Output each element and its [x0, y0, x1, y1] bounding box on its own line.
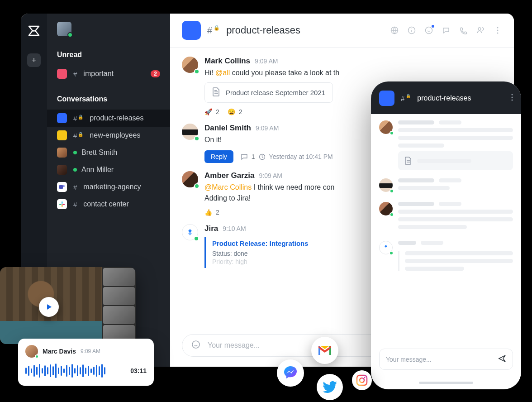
presence-indicator — [194, 183, 200, 189]
unread-badge: 2 — [151, 70, 160, 77]
members-icon[interactable] — [476, 26, 485, 35]
svg-point-21 — [364, 377, 366, 378]
play-icon[interactable] — [39, 297, 59, 317]
sidebar-item-contact-center[interactable]: # contact center — [47, 196, 170, 213]
mobile-composer[interactable]: Your message... — [379, 349, 513, 370]
presence-indicator — [73, 168, 77, 172]
reaction[interactable]: 👍2 — [204, 209, 219, 216]
dm-avatar — [57, 148, 67, 158]
dm-avatar — [57, 165, 67, 175]
avatar[interactable] — [182, 57, 198, 73]
sidebar-header — [47, 22, 170, 47]
kebab-icon[interactable] — [493, 26, 502, 35]
current-user-avatar[interactable] — [57, 22, 71, 36]
reaction[interactable]: 🚀2 — [204, 108, 219, 115]
thread-count: 1 — [252, 153, 255, 160]
header-actions — [390, 26, 502, 35]
emoji-icon[interactable] — [191, 340, 200, 351]
presence-indicator — [194, 136, 200, 141]
twitter-icon[interactable] — [317, 374, 343, 400]
presence-indicator — [67, 32, 73, 38]
document-icon — [212, 87, 220, 98]
mobile-placeholder: Your message... — [386, 356, 493, 363]
mobile-message — [379, 120, 513, 170]
avatar[interactable] — [25, 345, 38, 358]
video-thumbnails — [102, 267, 136, 344]
svg-rect-5 — [62, 205, 63, 207]
reaction-count: 2 — [216, 209, 219, 216]
app-logo-icon[interactable] — [28, 24, 40, 37]
teams-icon — [57, 182, 67, 192]
send-icon[interactable] — [498, 354, 506, 364]
video-thumb[interactable] — [103, 306, 135, 324]
svg-rect-1 — [59, 185, 63, 189]
mention[interactable]: @all — [215, 69, 230, 77]
video-thumb[interactable] — [103, 287, 135, 305]
sidebar-item-important[interactable]: # important 2 — [47, 65, 170, 82]
waveform[interactable]: 03:11 — [25, 363, 147, 378]
jira-icon — [186, 228, 194, 236]
voice-duration: 03:11 — [130, 367, 147, 374]
globe-icon[interactable] — [390, 26, 399, 35]
sidebar-item-marketing-agency[interactable]: # marketing-agency — [47, 178, 170, 196]
presence-indicator — [73, 151, 77, 154]
channel-name: product-releases — [90, 114, 160, 122]
info-icon[interactable] — [407, 26, 416, 35]
avatar[interactable] — [182, 124, 198, 140]
svg-point-9 — [426, 27, 432, 34]
reaction[interactable]: 😄2 — [228, 108, 242, 115]
svg-point-16 — [512, 94, 513, 96]
attachment-card[interactable]: Product release September 2021 — [204, 82, 333, 103]
svg-rect-6 — [62, 204, 65, 205]
avatar[interactable] — [182, 171, 198, 187]
avatar[interactable] — [182, 224, 198, 240]
svg-point-15 — [192, 341, 200, 348]
message-time: 9:09 AM — [255, 57, 278, 65]
slack-icon — [57, 199, 67, 209]
clock-icon — [259, 153, 266, 160]
sidebar-item-brett-smith[interactable]: Brett Smith — [47, 144, 170, 161]
discussion-icon[interactable] — [442, 26, 451, 35]
messenger-icon[interactable] — [277, 359, 304, 387]
mobile-preview: #🔒 product-releases — [371, 81, 521, 389]
thread-icon — [241, 153, 248, 160]
gmail-icon[interactable] — [311, 337, 338, 364]
add-workspace-button[interactable]: + — [27, 53, 41, 67]
notification-icon[interactable] — [424, 26, 433, 35]
thread-meta[interactable]: 1 Yesterday at 10:41 PM — [241, 153, 333, 160]
channel-name: new-employees — [90, 131, 160, 139]
kebab-icon[interactable] — [511, 94, 513, 103]
instagram-icon[interactable] — [352, 370, 372, 390]
sidebar-item-ann-miller[interactable]: Ann Miller — [47, 161, 170, 178]
mobile-message — [379, 178, 513, 194]
avatar — [379, 241, 393, 254]
svg-point-0 — [33, 30, 35, 32]
attachment-name: Product release September 2021 — [226, 89, 325, 96]
message-author: Mark Collins — [204, 57, 250, 66]
video-call-card[interactable] — [0, 267, 136, 344]
phone-icon[interactable] — [459, 26, 468, 35]
svg-point-2 — [63, 185, 65, 187]
sidebar-item-new-employees[interactable]: #🔒 new-employees — [47, 127, 170, 144]
reply-button[interactable]: Reply — [204, 150, 233, 163]
voice-author: Marc Davis — [43, 348, 76, 355]
presence-indicator — [194, 236, 199, 241]
channel-chip — [379, 91, 394, 106]
notification-dot — [432, 25, 434, 28]
message-time: 9:09 AM — [259, 172, 282, 179]
mention[interactable]: @Marc Collins — [204, 183, 252, 191]
hash-lock-icon: #🔒 — [73, 132, 83, 139]
document-icon — [404, 157, 412, 165]
channel-chip — [57, 130, 67, 140]
reaction-emoji: 😄 — [228, 108, 235, 115]
video-thumb[interactable] — [103, 268, 135, 286]
mobile-attachment — [398, 151, 513, 170]
hash-lock-icon: #🔒 — [401, 95, 411, 102]
sidebar-item-product-releases[interactable]: #🔒 product-releases — [47, 110, 170, 127]
hash-icon: # — [73, 70, 77, 78]
channel-name: contact center — [83, 200, 160, 208]
svg-point-18 — [512, 100, 513, 101]
svg-point-12 — [497, 30, 499, 31]
section-title-conversations: Conversations — [47, 91, 170, 110]
svg-point-13 — [497, 33, 499, 34]
